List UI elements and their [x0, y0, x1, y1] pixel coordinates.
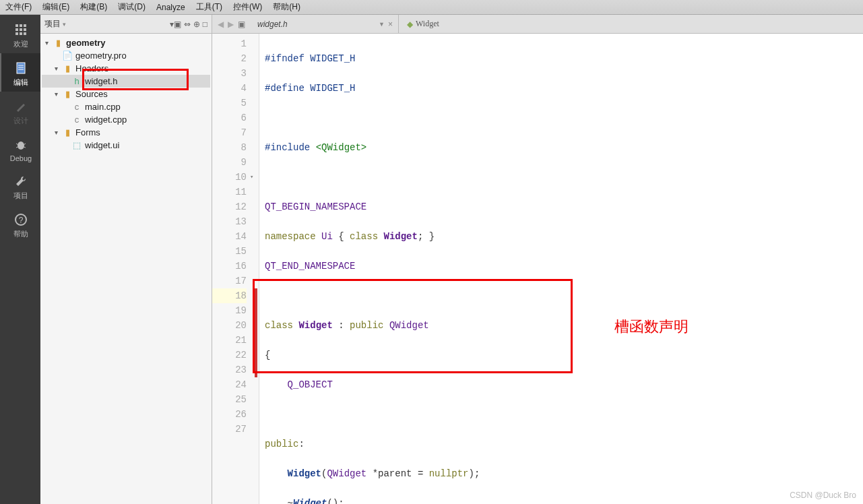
editor-tab-bar: ◀ ▶ ▣ widget.h ▼ × ◆ Widget — [212, 15, 863, 34]
cpp-file-icon: c — [71, 115, 82, 125]
menu-bar: 文件(F) 编辑(E) 构建(B) 调试(D) Analyze 工具(T) 控件… — [0, 0, 863, 15]
project-tree: ▾▮geometry 📄geometry.pro ▾▮Headers hwidg… — [40, 34, 212, 154]
modification-marker — [255, 288, 257, 377]
mode-edit-label: 编辑 — [1, 77, 40, 88]
tree-headers-label: Headers — [75, 63, 108, 73]
pro-file-icon: 📄 — [62, 51, 73, 61]
editor-area: ◀ ▶ ▣ widget.h ▼ × ◆ Widget 123456789101… — [212, 15, 863, 504]
svg-point-13 — [18, 141, 24, 150]
menu-tools[interactable]: 工具(T) — [196, 1, 222, 13]
tree-pro-label: geometry.pro — [75, 51, 127, 61]
tree-widget-cpp-label: widget.cpp — [85, 115, 127, 125]
filter-icon[interactable]: ▾▣ — [170, 20, 181, 29]
cpp-file-icon: c — [71, 102, 82, 112]
folder-icon: ▮ — [62, 64, 73, 73]
ui-file-icon: ⬚ — [71, 141, 82, 150]
mode-help[interactable]: ? 帮助 — [0, 205, 40, 243]
mode-welcome-label: 欢迎 — [1, 39, 40, 49]
svg-rect-5 — [24, 28, 26, 31]
bookmark-icon[interactable]: ▣ — [238, 20, 245, 29]
svg-rect-9 — [17, 63, 25, 73]
svg-rect-4 — [20, 28, 22, 31]
help-icon: ? — [13, 212, 29, 228]
svg-rect-0 — [15, 24, 18, 27]
project-panel-header: 项目 ▾ ▾▣ ⇔ ⊕ □ — [40, 15, 212, 34]
folder-icon: ▮ — [62, 90, 73, 99]
editor-tab-label: widget.h — [257, 20, 288, 29]
watermark: CSDN @Duck Bro — [790, 491, 856, 500]
tree-pro-file[interactable]: 📄geometry.pro — [42, 49, 210, 62]
tree-headers-folder[interactable]: ▾▮Headers — [42, 62, 210, 75]
tree-main-cpp[interactable]: cmain.cpp — [42, 100, 210, 113]
fold-icon[interactable]: ▾ — [250, 170, 253, 185]
project-panel: 项目 ▾ ▾▣ ⇔ ⊕ □ ▾▮geometry 📄geometry.pro ▾… — [40, 15, 212, 504]
tree-main-cpp-label: main.cpp — [85, 102, 121, 112]
folder-icon: ▮ — [62, 128, 73, 137]
annotation-text: 槽函数声明 — [614, 317, 689, 337]
editor-tab-current[interactable]: widget.h ▼ × — [251, 15, 399, 33]
tree-widget-h-label: widget.h — [85, 76, 117, 86]
svg-text:?: ? — [19, 216, 24, 225]
tree-project-root[interactable]: ▾▮geometry — [42, 36, 210, 49]
mode-welcome[interactable]: 欢迎 — [0, 15, 40, 53]
document-icon — [13, 60, 29, 76]
code-content[interactable]: #ifndef WIDGET_H #define WIDGET_H #inclu… — [259, 34, 863, 504]
editor-nav-controls: ◀ ▶ ▣ — [212, 20, 251, 29]
menu-file[interactable]: 文件(F) — [5, 1, 32, 13]
nav-back-icon[interactable]: ◀ — [218, 20, 224, 29]
link-icon[interactable]: ⇔ — [184, 20, 191, 29]
bug-icon — [13, 137, 29, 153]
menu-edit[interactable]: 编辑(E) — [42, 1, 69, 13]
menu-build[interactable]: 构建(B) — [80, 1, 107, 13]
nav-fwd-icon[interactable]: ▶ — [228, 20, 234, 29]
editor-tab-symbol[interactable]: ◆ Widget — [399, 19, 447, 29]
mode-edit[interactable]: 编辑 — [0, 53, 40, 92]
menu-analyze[interactable]: Analyze — [156, 3, 185, 12]
tree-forms-label: Forms — [75, 127, 100, 137]
chevron-down-icon[interactable]: ▼ — [379, 21, 385, 28]
mode-design[interactable]: 设计 — [0, 92, 40, 130]
svg-rect-3 — [15, 28, 18, 31]
svg-rect-8 — [24, 32, 26, 35]
tree-root-label: geometry — [66, 38, 106, 48]
split-icon[interactable]: □ — [203, 20, 207, 29]
svg-rect-6 — [15, 32, 18, 35]
tree-widget-h[interactable]: hwidget.h — [42, 75, 210, 88]
svg-rect-1 — [20, 24, 22, 27]
mode-debug-label: Debug — [1, 154, 40, 162]
code-editor[interactable]: 1234567891011121314151617181920212223242… — [212, 34, 863, 504]
mode-project-label: 项目 — [1, 191, 40, 201]
svg-rect-2 — [24, 24, 26, 27]
folder-icon: ▮ — [53, 38, 63, 48]
tree-sources-label: Sources — [75, 89, 108, 99]
tree-widget-ui[interactable]: ⬚widget.ui — [42, 139, 210, 152]
add-icon[interactable]: ⊕ — [193, 20, 200, 29]
menu-debug[interactable]: 调试(D) — [118, 1, 146, 13]
mode-design-label: 设计 — [1, 116, 40, 126]
line-number-gutter: 1234567891011121314151617181920212223242… — [212, 34, 259, 504]
mode-sidebar: 欢迎 编辑 设计 Debug 项目 ? 帮助 — [0, 15, 40, 504]
wrench-icon — [13, 173, 29, 189]
editor-symbol-label: Widget — [416, 19, 439, 29]
grid-icon — [13, 22, 29, 38]
tree-sources-folder[interactable]: ▾▮Sources — [42, 88, 210, 100]
menu-help[interactable]: 帮助(H) — [273, 1, 300, 13]
tree-widget-ui-label: widget.ui — [85, 140, 119, 150]
project-panel-tools: ▾▣ ⇔ ⊕ □ — [170, 20, 207, 29]
svg-rect-7 — [20, 32, 22, 35]
mode-project[interactable]: 项目 — [0, 166, 40, 205]
header-file-icon: h — [71, 77, 82, 86]
class-icon: ◆ — [407, 20, 413, 29]
close-icon[interactable]: × — [388, 20, 393, 29]
mode-debug[interactable]: Debug — [0, 130, 40, 166]
tree-forms-folder[interactable]: ▾▮Forms — [42, 126, 210, 139]
pencil-icon — [13, 98, 29, 115]
mode-help-label: 帮助 — [1, 229, 40, 239]
menu-widgets[interactable]: 控件(W) — [233, 1, 262, 13]
tree-widget-cpp[interactable]: cwidget.cpp — [42, 113, 210, 126]
svg-line-17 — [24, 147, 26, 148]
svg-line-16 — [16, 147, 18, 148]
project-panel-title: 项目 ▾ — [44, 18, 66, 30]
